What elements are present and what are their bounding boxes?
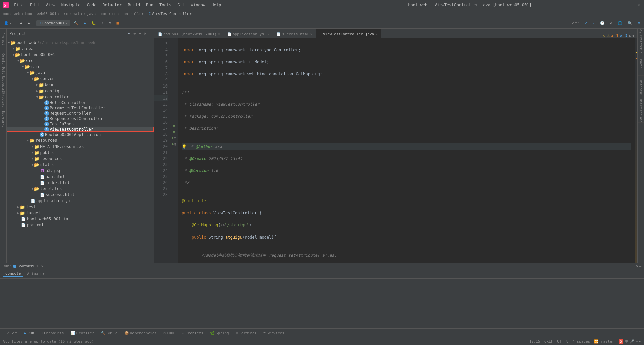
- folder-chevron[interactable]: ▼: [8, 41, 10, 44]
- bottom-tab-actuator[interactable]: Actuator: [24, 271, 47, 277]
- services-tool-button[interactable]: ≡ Services: [261, 330, 287, 336]
- breadcrumb-item[interactable]: boot-web: [3, 12, 20, 16]
- tree-item-requestcontroller[interactable]: CRequestController: [7, 111, 154, 116]
- folder-chevron[interactable]: ▼: [36, 95, 38, 99]
- forward-button[interactable]: ▶: [25, 20, 32, 26]
- menu-item-view[interactable]: View: [43, 2, 58, 8]
- tree-item-test[interactable]: ▶📁test: [7, 204, 154, 210]
- tab-success-html[interactable]: 📄 success.html ×: [273, 29, 316, 38]
- tree-item-success_html[interactable]: 📄success.html: [7, 192, 154, 198]
- tab-close-pom[interactable]: ×: [218, 32, 220, 36]
- git-history-button[interactable]: 🕐: [598, 20, 607, 26]
- menu-item-edit[interactable]: Edit: [27, 2, 42, 8]
- sidebar-item-pull-requests[interactable]: Pull Requests: [0, 69, 6, 89]
- tree-item-_idea[interactable]: ▶📁.idea: [7, 46, 154, 52]
- folder-chevron[interactable]: ▼: [32, 77, 33, 80]
- folder-chevron[interactable]: ▶: [32, 151, 33, 154]
- run-icon-19[interactable]: ▶: [172, 136, 174, 139]
- tree-item-public[interactable]: ▶📁public: [7, 150, 154, 156]
- tree-item-responsetestcontroller[interactable]: CResponseTestController: [7, 116, 154, 121]
- menu-item-build[interactable]: Build: [125, 2, 143, 8]
- endpoints-tool-button[interactable]: ⚡ Endpoints: [38, 330, 66, 336]
- tree-item-hellocontroller[interactable]: CHelloController: [7, 100, 154, 105]
- folder-chevron[interactable]: ▼: [27, 71, 29, 74]
- breadcrumb-item[interactable]: java: [87, 12, 96, 16]
- editor-scrollbar[interactable]: [635, 38, 637, 263]
- at-icon-20[interactable]: @: [174, 142, 176, 146]
- tree-item-main[interactable]: ▼📂main: [7, 64, 154, 70]
- breadcrumb-item[interactable]: com: [101, 12, 107, 16]
- run-close-icon[interactable]: ×: [41, 264, 43, 268]
- tree-item-templates[interactable]: ▼📂templates: [7, 186, 154, 192]
- search-button[interactable]: 🔍: [626, 20, 634, 26]
- window-controls[interactable]: ─ □ ✕: [623, 2, 641, 8]
- tree-item-src[interactable]: ▼📂src: [7, 58, 154, 64]
- sidebar-item-maven[interactable]: Maven: [638, 52, 644, 76]
- git-checkmark-button[interactable]: ✓: [583, 20, 589, 26]
- menu-item-run[interactable]: Run: [143, 2, 156, 8]
- tree-item-parametertestcontroller[interactable]: CParameterTestController: [7, 105, 154, 111]
- folder-chevron[interactable]: ▶: [13, 47, 14, 50]
- sidebar-item-structure[interactable]: Structure: [0, 89, 6, 109]
- folder-chevron[interactable]: ▶: [36, 83, 38, 87]
- folder-chevron[interactable]: ▼: [32, 163, 33, 166]
- minimize-button[interactable]: ─: [623, 2, 628, 8]
- git-revert-button[interactable]: ↩: [608, 20, 614, 26]
- debug-button[interactable]: 🐛: [89, 20, 98, 26]
- git-check2-button[interactable]: ✓: [590, 20, 597, 26]
- folder-chevron[interactable]: ▶: [17, 205, 19, 209]
- tree-item-resources[interactable]: ▶📁resources: [7, 156, 154, 162]
- tab-application-yml[interactable]: 📄 application.yml ×: [224, 29, 273, 38]
- tree-item-viewtestcontroller[interactable]: CViewTestController: [7, 127, 154, 132]
- menu-item-window[interactable]: Window: [188, 2, 208, 8]
- breadcrumb-item[interactable]: boot-web05-001: [25, 12, 57, 16]
- breadcrumb-item[interactable]: main: [73, 12, 82, 16]
- vcs-button[interactable]: 👤 ▾: [2, 20, 14, 26]
- expand-icon[interactable]: ▲: [629, 33, 631, 38]
- tab-close-java[interactable]: ×: [375, 32, 377, 36]
- tree-item-boot_web05_001_iml[interactable]: 📄boot-web05-001.iml: [7, 216, 154, 222]
- run-icon-20[interactable]: ▶: [172, 142, 174, 146]
- tab-close-yaml[interactable]: ×: [267, 32, 269, 36]
- folder-chevron[interactable]: ▼: [13, 53, 14, 56]
- status-line-ending[interactable]: CRLF: [544, 339, 553, 344]
- close-button[interactable]: ✕: [636, 2, 641, 8]
- bottom-tab-console[interactable]: Console: [3, 271, 23, 277]
- git-tool-button[interactable]: ⎇ Git: [3, 330, 20, 336]
- folder-chevron[interactable]: ▼: [17, 59, 19, 62]
- terminal-tool-button[interactable]: ⌨ Terminal: [233, 330, 260, 336]
- tree-item-pom_xml[interactable]: 📄pom.xml: [7, 222, 154, 228]
- tree-item-meta_inf_resources[interactable]: ▶📁META-INF.resources: [7, 143, 154, 150]
- profiler-tool-button[interactable]: 📊 Profiler: [68, 330, 97, 336]
- sidebar-item-database[interactable]: Database: [638, 76, 644, 99]
- build-tool-button[interactable]: 🔨 Build: [98, 330, 120, 336]
- menu-item-help[interactable]: Help: [209, 2, 224, 8]
- bookmark-icon-19[interactable]: ⊕: [174, 136, 176, 139]
- folder-chevron[interactable]: ▶: [36, 89, 38, 93]
- tab-close-html[interactable]: ×: [310, 32, 312, 36]
- menu-item-refactor[interactable]: Refactor: [100, 2, 124, 8]
- sidebar-item-key-promoter[interactable]: Key Promoter X: [638, 29, 644, 52]
- translate-button[interactable]: 🌐: [615, 20, 624, 26]
- tree-item-boot_web[interactable]: ▼📂boot-webE:/idea-workspace/boot-web: [7, 40, 154, 46]
- dependencies-tool-button[interactable]: 📦 Dependencies: [122, 330, 159, 336]
- folder-chevron[interactable]: ▶: [17, 211, 19, 215]
- problems-tool-button[interactable]: ⚠ Problems: [179, 330, 206, 336]
- menu-dots-icon[interactable]: ⋯: [639, 339, 641, 344]
- menu-item-navigate[interactable]: Navigate: [59, 2, 84, 8]
- menu-item-file[interactable]: File: [11, 2, 26, 8]
- profile-button[interactable]: ⊕: [107, 20, 113, 26]
- sidebar-item-bookmarks[interactable]: Bookmarks: [0, 109, 6, 129]
- menu-item-tools[interactable]: Tools: [157, 2, 174, 8]
- tree-item-index_html[interactable]: 📄index.html: [7, 180, 154, 186]
- maximize-button[interactable]: □: [629, 2, 635, 8]
- tree-item-bootweb05001application[interactable]: CBootWeb05001Application: [7, 132, 154, 137]
- sidebar-item-notifications[interactable]: Notifications: [638, 99, 644, 123]
- tree-item-controller[interactable]: ▼📂controller: [7, 94, 154, 100]
- tree-item-resources[interactable]: ▼📂resources: [7, 137, 154, 143]
- run-button[interactable]: ▶: [82, 20, 88, 26]
- project-dropdown-icon[interactable]: ▾: [128, 31, 130, 36]
- annotation-icon-17[interactable]: ●: [173, 124, 175, 127]
- bottom-minimize-icon[interactable]: —: [639, 264, 641, 268]
- breadcrumb-item[interactable]: controller: [121, 12, 144, 16]
